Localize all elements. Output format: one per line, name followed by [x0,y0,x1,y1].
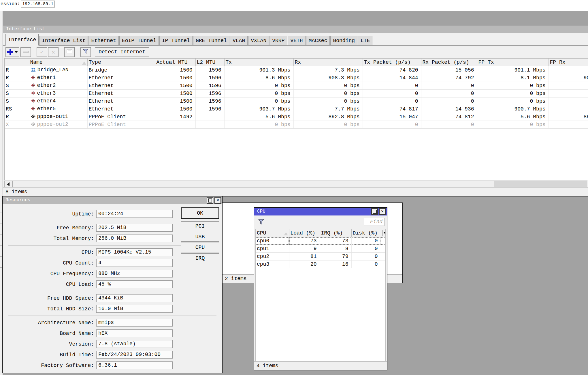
column-header-fp-tx[interactable]: FP Tx [477,59,549,66]
interface-row-ether2[interactable]: Sether2Ethernet150015960 bps0 bps000 bps [5,82,588,90]
resources-titlebar[interactable]: Resources ✕ [3,196,222,204]
interface-row-pppoe-out1[interactable]: Rpppoe-out1PPPoE Client14925.6 Mbps892.8… [5,113,588,121]
field-row-build-time: Build Time:Feb/24/2023 09:03:00 [3,349,222,360]
column-header-tx[interactable]: Tx [224,59,293,66]
interface-row-ether4[interactable]: Sether4Ethernet150015960 bps0 bps000 bps [5,97,588,105]
maximize-button[interactable] [207,197,213,204]
cpu-table: CPULoad (%)IRQ (%)Disk (%) cpu073730cpu1… [256,229,386,268]
cell-value: 1596 [209,106,221,112]
cell-value: 901.1 Mbps [514,67,545,73]
cell-tx: 5.6 Mbps [224,113,293,121]
tab-eoip-tunnel[interactable]: EoIP Tunnel [119,36,159,45]
column-dropdown-button[interactable] [382,230,386,236]
usb-button[interactable]: USB [181,232,219,242]
ok-button[interactable]: OK [181,207,219,219]
column-header-irq[interactable]: IRQ (%) [320,229,351,237]
interface-row-pppoe-out2[interactable]: Xpppoe-out2PPPoE Client0 bps0 bps000 bps [5,121,588,129]
session-bar: ession: 192.168.89.1 [0,0,588,11]
column-header-disk[interactable]: Disk (%) [351,229,381,237]
cell-value: 9 [314,246,317,252]
tab-vxlan[interactable]: VXLAN [248,36,269,45]
session-input[interactable]: 192.168.89.1 [21,1,55,7]
cell-value: ether5 [37,106,56,112]
scroll-left-button[interactable] [5,181,12,188]
field-value: 6.36.1 [98,362,117,368]
field-label: Free HDD Space: [3,295,96,301]
interface-row-ether3[interactable]: Sether3Ethernet150015960 bps0 bps000 bps [5,90,588,97]
cpu-row-cpu1[interactable]: cpu1980 [256,245,386,253]
comment-button[interactable] [64,47,75,57]
find-input[interactable]: Find [364,218,385,226]
cpu-button[interactable]: CPU [181,243,219,252]
pci-button[interactable]: PCI [181,221,219,231]
cell-tx_packet: 14 844 [363,74,421,82]
cell-l2_mtu [195,113,224,121]
tab-vrrp[interactable]: VRRP [270,36,287,45]
tab-gre-tunnel[interactable]: GRE Tunnel [193,36,229,45]
interface-window-titlebar[interactable]: Interface List [3,25,588,33]
cell-value: 1500 [180,106,192,112]
cell-spacer [381,237,386,245]
cell-actual_mtu: 1500 [155,90,195,97]
cell-l2_mtu [195,121,224,129]
interface-row-ether5[interactable]: RSether5Ethernet15001596903.7 Mbps7.7 Mb… [5,105,588,113]
interface-row-bridge-lan[interactable]: Rbridge_LANBridge15001596901.3 Mbps7.3 M… [5,66,588,74]
interface-row-ether1[interactable]: Rether1Ethernet150015968.6 Mbps908.3 Mbp… [5,74,588,82]
column-header-load[interactable]: Load (%) [289,229,320,237]
cpu-row-cpu3[interactable]: cpu320160 [256,260,386,268]
tab-ethernet[interactable]: Ethernet [88,36,118,45]
close-button[interactable]: ✕ [379,208,386,215]
column-header-rx[interactable]: Rx [293,59,363,66]
column-header-actual-mtu[interactable]: Actual MTU [155,59,195,66]
cpu-row-cpu0[interactable]: cpu073730 [256,237,386,245]
irq-button[interactable]: IRQ [181,253,219,263]
column-header-type[interactable]: Type [87,59,155,66]
cell-fp_tx: 0 bps [477,82,549,90]
tab-interface-list[interactable]: Interface List [39,36,88,45]
filter-button[interactable] [256,217,266,227]
detect-internet-button[interactable]: Detect Internet [95,47,149,57]
cell-value: cpu1 [257,246,269,252]
cell-spacer [381,245,386,253]
tab-macsec[interactable]: MACsec [306,36,330,45]
column-header-rx-packet-p-s[interactable]: Rx Packet (p/s) [421,59,477,66]
filter-button[interactable] [80,47,91,57]
cell-fp_rx: 892.8 Mbps [549,113,588,121]
column-header-fp-rx[interactable]: FP Rx [549,59,588,66]
column-options-header [381,229,386,237]
field-label: Total Memory: [3,236,96,241]
cpu-row-cpu2[interactable]: cpu281790 [256,253,386,260]
cell-value: 73 [342,238,348,244]
column-header-cpu[interactable]: CPU [256,229,289,237]
cell-value: 1596 [209,67,221,73]
cell-type: Ethernet [87,90,155,97]
tab-bonding[interactable]: Bonding [330,36,357,45]
cpu-titlebar[interactable]: CPU ✕ [254,208,387,215]
column-header-l2-mtu[interactable]: L2 MTU [195,59,224,66]
tab-interface[interactable]: Interface [5,34,39,46]
field-row-total-hdd-size: Total HDD Size:16.0 MiB [3,303,222,314]
scrollbar-thumb[interactable] [12,181,494,188]
field-row-version: Version:7.8 (stable) [3,339,222,349]
maximize-button[interactable] [371,208,378,215]
remove-button[interactable] [20,47,31,57]
panel-edge-line [0,256,2,257]
tab-vlan[interactable]: VLAN [230,36,248,45]
cell-flags: R [5,74,29,82]
tab-ip-tunnel[interactable]: IP Tunnel [159,36,193,45]
cell-value: 0 [471,91,474,96]
cell-rx_packet: 74 792 [421,74,477,82]
add-button[interactable] [5,47,19,57]
tab-veth[interactable]: VETH [288,36,305,45]
column-header-name[interactable]: Name [29,59,87,66]
tab-lte[interactable]: LTE [358,36,372,45]
close-button[interactable]: ✕ [214,197,221,204]
cell-value: 0 [375,254,378,259]
disable-button[interactable]: ✕ [48,47,59,57]
cell-value: 74 792 [455,75,474,81]
cell-name: pppoe-out1 [29,113,87,121]
column-header-tx-packet-p-s[interactable]: Tx Packet (p/s) [363,59,421,66]
screen: ession: 192.168.89.1 Interface List Inte… [0,0,588,375]
enable-button[interactable]: ✓ [37,47,47,57]
column-header-flags[interactable] [5,59,29,66]
